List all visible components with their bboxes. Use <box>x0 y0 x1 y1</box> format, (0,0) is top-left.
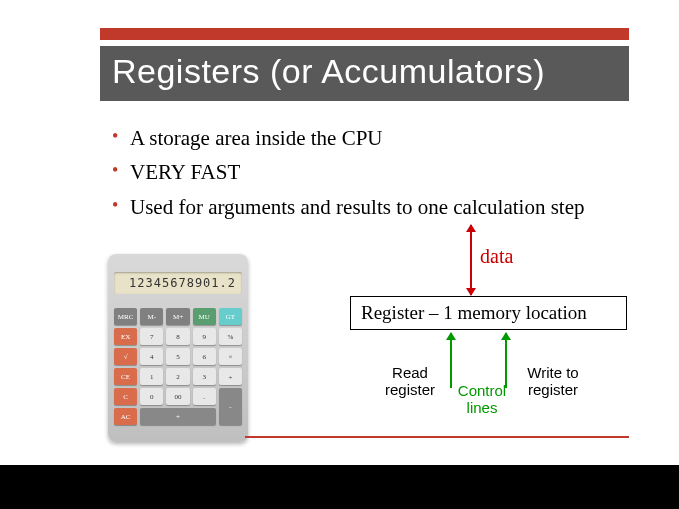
data-arrow <box>470 225 472 295</box>
bullet-item: A storage area inside the CPU <box>112 124 619 152</box>
write-arrow <box>505 333 507 388</box>
calculator-screen: 12345678901.2 <box>114 272 242 294</box>
bottom-rule <box>245 436 629 438</box>
register-diagram: data Register – 1 memory location Read r… <box>350 225 640 435</box>
slide: Registers (or Accumulators) A storage ar… <box>0 0 679 465</box>
write-label: Write to register <box>518 365 588 398</box>
bullet-item: VERY FAST <box>112 158 619 186</box>
slide-title: Registers (or Accumulators) <box>100 46 629 101</box>
bullet-item: Used for arguments and results to one ca… <box>112 193 619 221</box>
bullet-list: A storage area inside the CPU VERY FAST … <box>112 118 619 227</box>
register-box: Register – 1 memory location <box>350 296 627 330</box>
read-label: Read register <box>380 365 440 398</box>
control-lines-label: Control lines <box>457 383 507 416</box>
read-arrow <box>450 333 452 388</box>
accent-bar <box>100 28 629 40</box>
calculator-image: 12345678901.2 MRCM-M+MUGT EX789% √456× C… <box>108 254 248 442</box>
data-label: data <box>480 245 513 268</box>
